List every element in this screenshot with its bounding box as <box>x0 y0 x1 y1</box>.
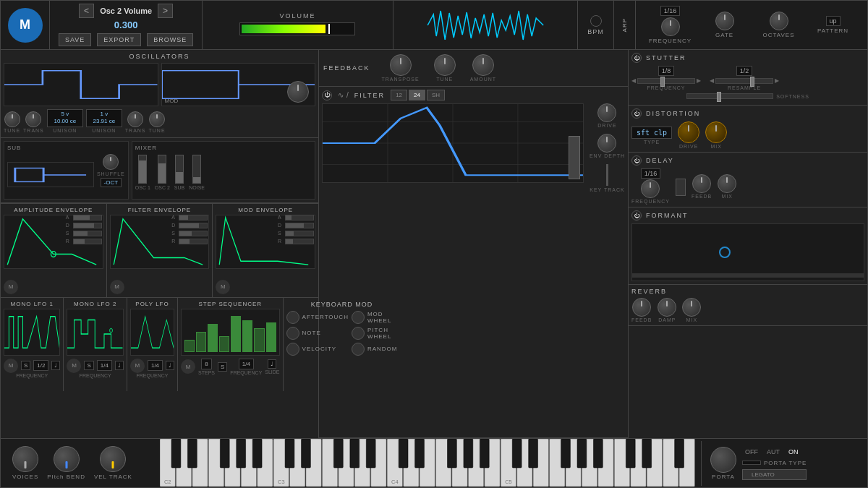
stutter-power-button[interactable]: ⏻ <box>631 53 642 63</box>
reverb-mix-knob[interactable] <box>682 298 701 317</box>
osc2-trans-knob[interactable] <box>127 111 143 127</box>
voices-knob[interactable] <box>12 446 38 472</box>
delay-power-button[interactable]: ⏻ <box>631 155 642 166</box>
arp-gate-knob[interactable] <box>715 12 734 30</box>
amp-env-r-slider[interactable] <box>73 239 102 244</box>
shuffle-knob[interactable] <box>103 154 119 170</box>
osc1-waveform[interactable] <box>4 63 158 106</box>
mono-lfo2-sync-indicator[interactable]: S <box>84 361 93 370</box>
legato-display[interactable]: LEGATO <box>742 469 807 480</box>
filter-sh-button[interactable]: SH <box>427 90 445 100</box>
step-1[interactable] <box>184 340 195 352</box>
step-8[interactable] <box>266 322 276 352</box>
volume-meter[interactable] <box>239 22 355 35</box>
poly-lfo-sync-type[interactable]: ♩ <box>166 361 174 370</box>
step-5[interactable] <box>231 316 241 352</box>
arp-frequency-knob[interactable] <box>661 17 680 36</box>
amp-env-d-slider[interactable] <box>73 223 102 228</box>
pitch-wheel-item[interactable]: PITCH WHEEL <box>352 327 398 340</box>
reverb-feedb-knob[interactable] <box>632 298 651 317</box>
mono-lfo2-logo[interactable]: M <box>67 359 81 373</box>
velocity-item[interactable]: VELOCITY <box>286 343 349 356</box>
distortion-drive-knob[interactable] <box>678 121 699 143</box>
step-seq-freq-display[interactable]: 1/4 <box>239 359 254 369</box>
mono-lfo1-sync-indicator[interactable]: S <box>21 361 30 370</box>
step-seq-steps-display[interactable]: 8 <box>201 359 211 369</box>
porta-off-option[interactable]: OFF <box>742 447 761 457</box>
mod-env-r-slider[interactable] <box>285 239 314 244</box>
step-seq-slide-display[interactable]: ♩ <box>268 359 276 369</box>
feedback-tune-knob[interactable] <box>434 54 456 76</box>
amp-env-logo[interactable]: M <box>4 280 18 294</box>
delay-sync-button[interactable] <box>676 179 686 196</box>
osc1-fader[interactable] <box>138 155 147 184</box>
noise-fader[interactable] <box>192 155 201 184</box>
reverb-damp-knob[interactable] <box>658 298 676 317</box>
piano-svg[interactable]: C2 C3 C4 C5 <box>160 439 701 488</box>
amp-env-a-slider[interactable] <box>73 215 102 221</box>
step-seq-sync-indicator[interactable]: S <box>218 362 227 372</box>
filter-power-button[interactable]: ⏻ <box>322 90 332 100</box>
stutter-resample-slider[interactable] <box>715 78 773 84</box>
filt-env-r-slider[interactable] <box>179 239 208 244</box>
sub-fader[interactable] <box>175 155 184 184</box>
mono-lfo1-logo[interactable]: M <box>4 359 18 373</box>
prev-preset-button[interactable]: < <box>79 4 94 18</box>
mod-wheel-item[interactable]: MOD WHEEL <box>352 311 398 324</box>
amp-env-s-slider[interactable] <box>73 231 102 236</box>
porta-aut-option[interactable]: AUT <box>764 447 783 457</box>
piano-keyboard[interactable]: C2 C3 C4 C5 <box>160 439 701 488</box>
filter-env-depth-knob[interactable] <box>597 134 616 153</box>
poly-lfo-freq-display[interactable]: 1/4 <box>148 360 163 371</box>
logo[interactable]: M <box>8 8 43 43</box>
step-2[interactable] <box>196 332 206 352</box>
pitch-bend-knob[interactable] <box>54 446 80 472</box>
osc1-trans-knob[interactable] <box>25 111 41 127</box>
filter-graph[interactable] <box>322 103 584 183</box>
filt-env-d-slider[interactable] <box>179 223 208 228</box>
mono-lfo2-sync-type[interactable]: ♩ <box>115 361 124 370</box>
poly-lfo-logo[interactable]: M <box>130 359 145 373</box>
mod-env-s-slider[interactable] <box>285 231 314 236</box>
formant-dot[interactable] <box>719 247 731 258</box>
step-seq-logo[interactable]: M <box>181 359 195 374</box>
mod-knob[interactable] <box>287 81 309 103</box>
filt-env-logo[interactable]: M <box>110 280 124 294</box>
formant-power-button[interactable]: ⏻ <box>631 210 642 221</box>
porta-knob[interactable] <box>710 447 736 473</box>
arp-pattern-display[interactable]: up <box>826 16 841 26</box>
amount-knob[interactable] <box>472 54 494 76</box>
filter-12-button[interactable]: 12 <box>391 90 407 100</box>
step-4[interactable] <box>219 336 229 352</box>
filt-env-a-slider[interactable] <box>179 215 208 221</box>
aftertouch-item[interactable]: AFTERTOUCH <box>286 311 349 324</box>
distortion-type-display[interactable]: sft clp <box>631 127 672 139</box>
bpm-power-button[interactable] <box>590 15 602 27</box>
mod-env-logo[interactable]: M <box>216 280 230 294</box>
distortion-mix-knob[interactable] <box>705 121 727 143</box>
delay-feedb-knob[interactable] <box>692 174 711 193</box>
formant-graph[interactable] <box>631 223 864 281</box>
mono-lfo1-sync-type[interactable]: ♩ <box>51 361 60 370</box>
sub-waveform[interactable] <box>7 162 94 187</box>
random-item[interactable]: RANDOM <box>352 343 398 356</box>
formant-slider[interactable] <box>632 273 864 278</box>
mod-env-d-slider[interactable] <box>285 223 314 228</box>
osc2-waveform[interactable]: MOD <box>161 63 316 106</box>
arp-frequency-display[interactable]: 1/16 <box>660 6 681 16</box>
step-7[interactable] <box>254 328 264 352</box>
filt-env-s-slider[interactable] <box>179 231 208 236</box>
oct-display[interactable]: -OCT <box>101 178 122 187</box>
save-button[interactable]: SAVE <box>59 33 91 46</box>
step-3[interactable] <box>208 324 218 352</box>
next-preset-button[interactable]: > <box>158 4 173 18</box>
porta-on-option[interactable]: ON <box>786 447 801 457</box>
mod-env-a-slider[interactable] <box>285 215 314 221</box>
transpose-knob[interactable] <box>390 54 412 76</box>
filter-key-track-slider[interactable] <box>606 164 608 186</box>
softness-slider[interactable] <box>686 93 773 99</box>
porta-type-display[interactable] <box>742 461 761 465</box>
filter-24-button[interactable]: 24 <box>409 90 425 100</box>
filter-drive-knob[interactable] <box>597 103 616 122</box>
filter-cutoff-slider[interactable] <box>569 136 580 179</box>
